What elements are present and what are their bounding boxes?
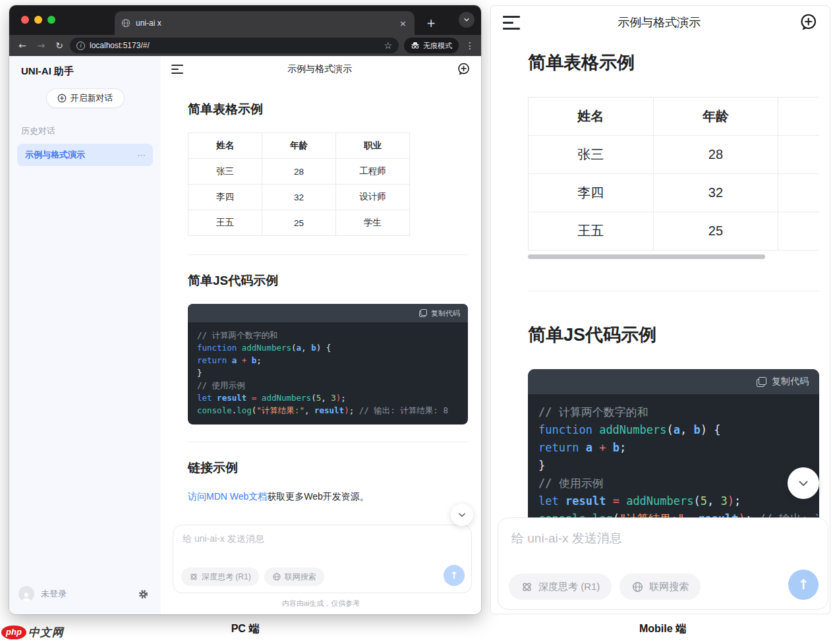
table-row: 王五25学生 — [529, 212, 820, 250]
chat-header: 示例与格式演示 — [161, 56, 481, 82]
incognito-mask-icon — [411, 42, 420, 49]
code-line: return a + b; — [197, 354, 459, 366]
table-section-heading: 简单表格示例 — [188, 101, 468, 118]
code-body: // 计算两个数字的和function addNumbers(a, b) {re… — [188, 322, 468, 424]
send-button[interactable]: ↑ — [444, 565, 465, 586]
code-line: return a + b; — [538, 439, 809, 457]
login-status[interactable]: 未登录 — [41, 588, 131, 600]
code-block-header: 复制代码 — [528, 369, 819, 394]
new-chat-bubble-icon[interactable] — [456, 62, 471, 76]
table-row: 李四32设计师 — [188, 185, 410, 210]
link-tail-text: 获取更多Web开发资源。 — [267, 491, 369, 502]
back-button[interactable]: ← — [14, 40, 30, 51]
sidebar-item-conversation[interactable]: 示例与格式演示 ⋯ — [17, 144, 153, 166]
new-tab-button[interactable]: + — [426, 16, 436, 30]
pc-caption: PC 端 — [0, 622, 490, 636]
sidebar-footer: 未登录 — [17, 580, 153, 614]
ai-disclaimer: 内容由ai生成，仅供参考 — [161, 593, 481, 614]
horizontal-scrollbar[interactable] — [528, 254, 765, 259]
web-search-toggle[interactable]: 联网搜索 — [264, 568, 324, 586]
address-bar[interactable]: i localhost:5173/#/ ☆ — [70, 38, 399, 53]
table-scroll-container[interactable]: 姓名年龄职业张三28工程师李四32设计师王五25学生 — [528, 97, 819, 254]
scroll-to-bottom-button[interactable] — [451, 504, 473, 526]
sidebar: UNI-AI 助手 开启新对话 历史对话 示例与格式演示 ⋯ — [9, 56, 161, 614]
table-header-row: 姓名年龄职业 — [188, 133, 410, 159]
mobile-caption: Mobile 端 — [490, 622, 835, 636]
browser-menu-button[interactable]: ⋮ — [464, 40, 476, 51]
message-content: 简单表格示例 姓名年龄职业张三28工程师李四32设计师王五25学生 简单JS代码… — [491, 39, 830, 517]
gear-icon[interactable] — [138, 589, 149, 600]
circled-plus-icon — [57, 94, 67, 103]
php-logo-badge: php — [1, 626, 26, 639]
reload-button[interactable]: ↻ — [51, 40, 67, 51]
menu-burger-icon[interactable] — [503, 16, 520, 30]
code-line: // 使用示例 — [197, 379, 459, 392]
deep-think-toggle[interactable]: 深度思考 (R1) — [181, 568, 259, 586]
close-window-button[interactable] — [21, 16, 29, 24]
send-button[interactable]: ↑ — [788, 570, 819, 600]
web-search-toggle[interactable]: 联网搜索 — [619, 573, 701, 600]
table-row: 张三28工程师 — [188, 159, 410, 185]
forward-button[interactable]: → — [33, 40, 49, 51]
demo-table: 姓名年龄职业张三28工程师李四32设计师王五25学生 — [188, 132, 410, 236]
code-line: function addNumbers(a, b) { — [538, 421, 809, 439]
chevron-down-icon — [796, 476, 811, 490]
browser-tab[interactable]: uni-ai x × — [115, 11, 415, 35]
app-body: UNI-AI 助手 开启新对话 历史对话 示例与格式演示 ⋯ — [9, 56, 481, 614]
incognito-badge: 无痕模式 — [404, 38, 459, 53]
tab-close-icon[interactable]: × — [398, 18, 408, 28]
atom-icon — [189, 572, 198, 581]
browser-toolbar: ← → ↻ i localhost:5173/#/ ☆ 无痕模式 ⋮ — [9, 35, 481, 56]
chat-title: 示例与格式演示 — [183, 63, 456, 75]
globe-icon — [631, 581, 644, 593]
composer-area: 给 uni-ai-x 发送消息 深度思考 (R1) — [491, 517, 830, 614]
link-section-heading: 链接示例 — [188, 459, 468, 477]
composer-placeholder: 给 uni-ai-x 发送消息 — [183, 533, 463, 545]
message-composer[interactable]: 给 uni-ai-x 发送消息 深度思考 (R1) — [498, 517, 828, 610]
composer-area: 给 uni-ai-x 发送消息 深度思考 (R1) — [161, 521, 481, 593]
message-content: 简单表格示例 姓名年龄职业张三28工程师李四32设计师王五25学生 简单JS代码… — [161, 82, 481, 521]
code-block-header: 复制代码 — [188, 304, 468, 322]
app-title: UNI-AI 助手 — [17, 65, 153, 78]
tab-title: uni-ai x — [136, 18, 398, 28]
minimize-window-button[interactable] — [34, 16, 42, 24]
deep-think-label: 深度思考 (R1) — [538, 581, 600, 593]
code-line: let result = addNumbers(5, 3); — [197, 392, 459, 404]
scroll-to-bottom-button[interactable] — [788, 467, 819, 499]
web-search-label: 联网搜索 — [649, 581, 689, 593]
composer-placeholder: 给 uni-ai-x 发送消息 — [511, 530, 817, 547]
php-logo-text: 中文网 — [28, 625, 64, 640]
incognito-label: 无痕模式 — [423, 41, 452, 51]
new-conversation-label: 开启新对话 — [71, 92, 113, 104]
code-section-heading: 简单JS代码示例 — [188, 272, 468, 289]
code-line: console.log("计算结果:", result); // 输出: 计算结… — [197, 404, 459, 417]
conversation-more-button[interactable]: ⋯ — [137, 150, 146, 160]
code-line: // 计算两个数字的和 — [538, 403, 809, 421]
avatar[interactable] — [18, 586, 34, 602]
new-conversation-button[interactable]: 开启新对话 — [46, 88, 125, 108]
copy-icon — [757, 377, 766, 387]
url-text[interactable]: localhost:5173/#/ — [90, 41, 379, 50]
message-composer[interactable]: 给 uni-ai-x 发送消息 深度思考 (R1) — [173, 525, 472, 593]
globe-favicon-icon — [121, 18, 130, 28]
bookmark-star-icon[interactable]: ☆ — [384, 40, 392, 51]
mdn-link[interactable]: 访问MDN Web文档 — [188, 491, 267, 502]
copy-code-button[interactable]: 复制代码 — [772, 376, 809, 388]
pc-browser-window: uni-ai x × + ← → ↻ i localhost:5173/#/ ☆ — [9, 5, 481, 614]
demo-table: 姓名年龄职业张三28工程师李四32设计师王五25学生 — [528, 97, 819, 250]
section-divider — [188, 442, 468, 442]
table-row: 王五25学生 — [188, 210, 410, 236]
tab-search-chevron-button[interactable] — [459, 12, 475, 28]
link-paragraph: 访问MDN Web文档获取更多Web开发资源。 — [188, 491, 468, 503]
menu-burger-icon[interactable] — [171, 65, 183, 74]
code-line: // 使用示例 — [538, 475, 809, 492]
chat-title: 示例与格式演示 — [520, 15, 798, 30]
site-info-icon[interactable]: i — [76, 42, 85, 50]
conversation-title: 示例与格式演示 — [25, 149, 85, 161]
web-search-label: 联网搜索 — [285, 571, 316, 583]
copy-code-button[interactable]: 复制代码 — [431, 308, 460, 318]
zoom-window-button[interactable] — [47, 16, 55, 24]
deep-think-toggle[interactable]: 深度思考 (R1) — [509, 573, 612, 600]
new-chat-bubble-icon[interactable] — [798, 13, 818, 32]
code-block: 复制代码 // 计算两个数字的和function addNumbers(a, b… — [188, 304, 468, 424]
